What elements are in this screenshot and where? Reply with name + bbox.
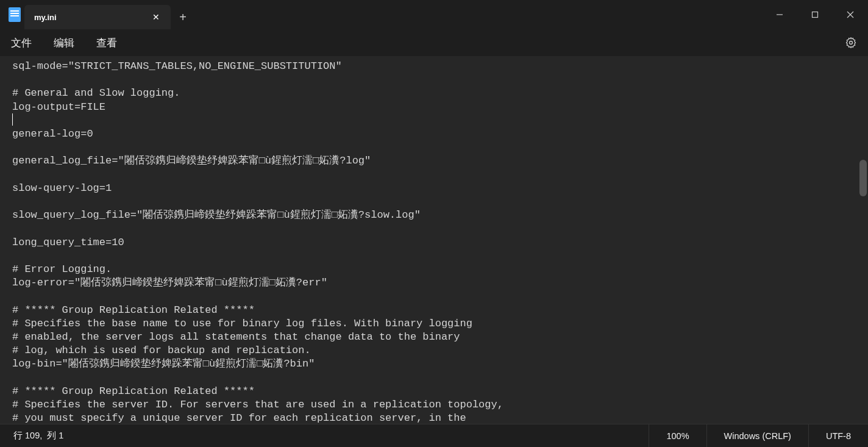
new-tab-button[interactable]: +: [171, 5, 195, 29]
tab-label: my.ini: [32, 13, 144, 22]
editor-area[interactable]: sql-mode="STRICT_TRANS_TABLES,NO_ENGINE_…: [0, 56, 868, 424]
line-label: 行: [13, 431, 23, 440]
text-cursor: [12, 113, 13, 126]
minimize-button[interactable]: [762, 0, 797, 29]
menu-file[interactable]: 文件: [7, 32, 35, 54]
maximize-button[interactable]: [797, 0, 833, 29]
close-window-button[interactable]: [833, 0, 868, 29]
svg-point-4: [850, 41, 853, 45]
line-number: 109: [25, 431, 40, 440]
tab-active[interactable]: my.ini ✕: [24, 5, 171, 29]
title-bar: my.ini ✕ +: [0, 0, 868, 29]
vertical-scrollbar[interactable]: [858, 56, 867, 424]
scrollbar-thumb[interactable]: [859, 160, 867, 196]
cursor-position[interactable]: 行 109, 列 1: [0, 430, 63, 442]
editor-content[interactable]: sql-mode="STRICT_TRANS_TABLES,NO_ENGINE_…: [12, 60, 856, 424]
menu-edit[interactable]: 编辑: [50, 32, 78, 54]
window-controls: [762, 0, 868, 29]
menu-view[interactable]: 查看: [93, 32, 121, 54]
col-number: 1: [59, 431, 63, 440]
tab-strip: my.ini ✕ +: [24, 0, 195, 29]
line-ending[interactable]: Windows (CRLF): [706, 424, 808, 447]
col-label: 列: [47, 431, 56, 440]
settings-button[interactable]: [838, 37, 864, 49]
zoom-level[interactable]: 100%: [649, 424, 706, 447]
menu-bar: 文件 编辑 查看: [0, 29, 868, 56]
app-icon: [5, 0, 24, 29]
encoding[interactable]: UTF-8: [808, 424, 868, 447]
status-bar: 行 109, 列 1 100% Windows (CRLF) UTF-8: [0, 424, 868, 447]
svg-rect-1: [813, 12, 818, 18]
close-tab-button[interactable]: ✕: [149, 10, 163, 24]
